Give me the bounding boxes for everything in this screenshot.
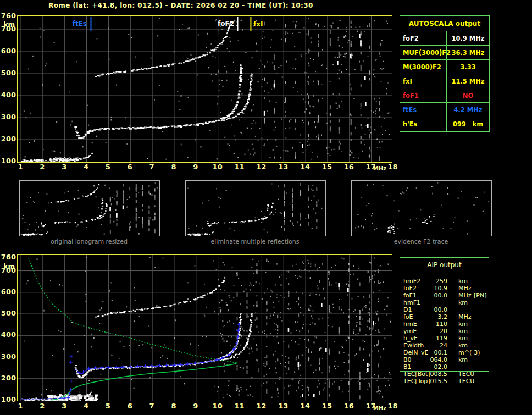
thumbnail-caption-original: original ionogram resized (19, 238, 159, 245)
aip-row-value: 00.1 (419, 349, 447, 356)
aip-row-unit: km (458, 328, 468, 335)
x-tick-label: 15 (320, 402, 334, 410)
x-tick-label: 4 (80, 163, 93, 171)
x-tick-label: 10 (211, 402, 224, 410)
aip-row-unit: MHz (458, 292, 472, 299)
x-tick-label: 18 (386, 402, 399, 410)
thumbnail-evidence-canvas (352, 181, 491, 236)
autoscala-row-value: 11.5 MHz (447, 74, 489, 88)
autoscala-row-label: MUF(3000)F2 (400, 46, 447, 59)
autoscala-row-fxi: fxI11.5 MHz (400, 74, 489, 88)
x-tick-label: 12 (254, 163, 268, 171)
x-tick-label: 7 (145, 163, 158, 171)
aip-row-value: 110 (419, 320, 447, 328)
aip-row-label: hmF1 (403, 299, 420, 306)
x-tick-label: 14 (298, 402, 312, 410)
aip-row-extra: [PN] (474, 292, 486, 299)
aip-row-fof2: foF210.9MHz (400, 285, 490, 292)
aip-row-value: 064.0 (419, 356, 447, 363)
aip-row-value: 3.2 (419, 313, 447, 320)
autoscala-row-label: h'Es (400, 117, 447, 131)
y-tick-label: 600 (0, 47, 16, 55)
aip-row-unit: MHz (458, 285, 472, 292)
y-tick-label: 700 (0, 25, 16, 33)
x-tick-label: 4 (80, 402, 93, 410)
x-tick-label: 8 (167, 163, 180, 171)
aip-row-fof1: foF100.0MHz[PN] (400, 292, 490, 299)
autoscala-row-value: 4.2 MHz (447, 103, 489, 117)
aip-row-unit: km (458, 299, 468, 306)
aip-row-d1: D100.0 (400, 306, 490, 313)
y-tick-label: 200 (0, 374, 16, 382)
x-tick-label: 2 (36, 402, 49, 410)
y-tick-label: 400 (0, 91, 16, 99)
x-tick-label: 10 (211, 163, 224, 171)
x-tick-label: 13 (276, 163, 290, 171)
aip-row-unit: km (458, 342, 468, 349)
x-tick-label: 6 (123, 163, 136, 171)
x-tick-label: 18 (386, 163, 399, 171)
aip-output-table: AIP output hmF2259kmfoF210.9MHzfoF100.0M… (400, 257, 489, 372)
thumbnail-caption-evidence: evidence F2 trace (351, 238, 491, 245)
aip-row-value: 10.9 (419, 285, 447, 292)
y-tick-label: 400 (0, 330, 16, 339)
aip-row-tec-bot-: TEC[Bot]008.5TECU (400, 370, 490, 378)
x-tick-label: 2 (36, 163, 49, 171)
aip-row-unit: TECU (458, 378, 474, 385)
thumbnail-original-canvas (20, 181, 159, 236)
aip-row-unit: m^(-3) (458, 349, 480, 356)
x-tick-label: 11 (233, 402, 246, 410)
autoscala-row-value: NO (447, 88, 489, 102)
fof2-marker-label: foF2 (204, 20, 234, 27)
aip-row-unit: km (458, 278, 468, 285)
autoscala-row-label: fxI (400, 74, 447, 88)
bottom-ionogram-canvas (18, 255, 392, 401)
aip-row-value: --- (419, 299, 447, 306)
aip-row-yme: ymE20km (400, 328, 490, 335)
y-tick-label: 300 (0, 113, 16, 121)
y-tick-label: 760 (0, 12, 16, 20)
top-ionogram-canvas (18, 16, 392, 162)
x-tick-label: 3 (58, 402, 71, 410)
aip-row-tec-top-: TEC[Top]015.5TECU (400, 378, 490, 385)
y-tick-label: 700 (0, 266, 16, 274)
aip-row-unit: km (458, 356, 468, 363)
x-tick-label: 16 (342, 402, 356, 410)
aip-row-label: ymE (403, 328, 417, 335)
aip-row-unit: km (458, 335, 468, 342)
x-tick-label: 9 (189, 163, 202, 171)
x-tick-label: 11 (233, 163, 246, 171)
aip-row-label: hmE (403, 320, 417, 328)
autoscala-row-m-3000-f2: M(3000)F23.33 (400, 60, 489, 74)
aip-row-value: 20 (419, 328, 447, 335)
x-tick-label: 5 (101, 402, 114, 410)
x-tick-label: 9 (189, 402, 202, 410)
autoscala-row-value: 3.33 (447, 60, 489, 74)
y-tick-label: 760 (0, 253, 16, 261)
y-tick-label: 200 (0, 135, 16, 143)
autoscala-row-ftes: ftEs4.2 MHz (400, 103, 489, 117)
x-tick-label: 14 (298, 163, 312, 171)
aip-row-value: 015.5 (419, 378, 447, 385)
aip-row-ewidth: Ewidth24km (400, 342, 490, 349)
aip-row-unit: MHz (458, 313, 472, 320)
autoscala-row-label: foF1 (400, 88, 447, 102)
x-tick-label: 15 (320, 163, 334, 171)
top-ionogram-plot (17, 15, 392, 163)
aip-row-unit: km (458, 320, 468, 328)
thumbnail-original-ionogram (19, 180, 160, 236)
x-tick-label: 3 (58, 163, 71, 171)
aip-row-value: 008.5 (419, 370, 447, 378)
y-tick-label: 600 (0, 287, 16, 296)
x-tick-label: 17 (364, 163, 378, 171)
y-tick-label: 300 (0, 352, 16, 361)
aip-row-hmf1: hmF1---km (400, 299, 490, 306)
ftes-marker-label: ftEs (57, 20, 87, 27)
aip-row-foe: foE3.2MHz (400, 313, 490, 320)
aip-row-hme: hmE110km (400, 320, 490, 328)
aip-row-label: foE (403, 313, 413, 320)
autoscala-table-title: AUTOSCALA output (400, 16, 489, 31)
aip-row-b1: B102.0 (400, 363, 490, 370)
aip-row-b0: B0064.0km (400, 356, 490, 363)
autoscala-row-label: M(3000)F2 (400, 60, 447, 74)
